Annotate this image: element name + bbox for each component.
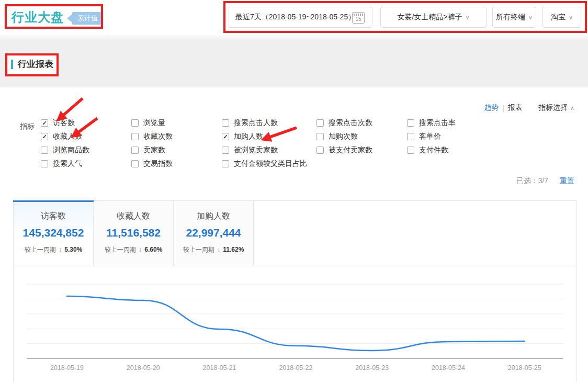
category-value: 女装/女士精品>裤子 — [397, 13, 462, 22]
divider — [345, 9, 345, 25]
metric-checkbox-label: 浏览量 — [143, 118, 165, 128]
metric-checkbox-item[interactable]: 搜索点击次数 — [316, 119, 372, 127]
checkbox[interactable] — [222, 119, 229, 127]
tab-title: 加购人数 — [174, 211, 253, 222]
metric-tab[interactable]: 加购人数 22,997,444 较上一周期 ↓ 11.62% — [174, 201, 254, 266]
checkbox[interactable] — [41, 147, 48, 154]
metric-checkbox-label: 搜索点击人数 — [234, 118, 278, 128]
metrics-column-5: 搜索点击率 客单价 支付件数 — [407, 119, 456, 160]
metric-checkbox-item[interactable]: 收藏次数 — [131, 133, 173, 140]
tab-value: 11,516,582 — [94, 227, 173, 239]
metric-checkbox-item[interactable]: ✓ 加购人数 — [222, 133, 307, 140]
checkbox[interactable] — [316, 133, 324, 140]
metric-checkbox-item[interactable]: 支付金额较父类目占比 — [222, 160, 307, 167]
metric-checkbox-label: 支付件数 — [419, 145, 448, 155]
compare-label: 较上一周期 — [105, 246, 138, 253]
metric-checkbox-item[interactable]: ✓ 收藏人数 — [41, 133, 89, 140]
link-divider: | — [502, 104, 504, 112]
tab-change: 较上一周期 ↓ 5.30% — [14, 245, 93, 254]
trend-link[interactable]: 趋势 — [484, 103, 499, 113]
terminal-value: 所有终端 — [496, 13, 525, 22]
svg-text:2018-05-23: 2018-05-23 — [355, 364, 389, 372]
checkbox[interactable] — [407, 119, 414, 127]
date-range-value: 最近7天（2018-05-19~2018-05-25） — [235, 13, 355, 22]
section-title: 行业报表 — [18, 58, 53, 70]
chevron-down-icon: ∨ — [466, 14, 470, 21]
tab-title: 收藏人数 — [94, 211, 173, 222]
change-value: 5.30% — [64, 246, 82, 253]
metric-checkbox-label: 支付金额较父类目占比 — [234, 159, 307, 168]
metric-checkbox-item[interactable]: 浏览商品数 — [41, 147, 89, 154]
checkbox[interactable] — [222, 147, 229, 154]
calendar-icon[interactable]: 15 — [352, 12, 365, 24]
platform-selector[interactable]: 淘宝 ∨ — [542, 7, 581, 28]
checkbox[interactable] — [407, 133, 414, 140]
down-arrow-icon: ↓ — [139, 246, 142, 253]
metric-checkbox-item[interactable]: 被支付卖家数 — [316, 147, 372, 154]
selection-summary-row: 已选：3/7 重置 — [516, 176, 574, 186]
page: 行业大盘 累计值 最近7天（2018-05-19~2018-05-25） 15 … — [0, 0, 588, 382]
svg-text:2018-05-25: 2018-05-25 — [508, 364, 541, 372]
metric-tab[interactable]: 收藏人数 11,516,582 较上一周期 ↓ 6.60% — [94, 201, 174, 266]
metric-checkbox-item[interactable]: 支付件数 — [407, 147, 456, 154]
compare-label: 较上一周期 — [183, 246, 216, 253]
checkbox[interactable] — [222, 160, 229, 167]
cumulative-badge: 累计值 — [67, 12, 103, 25]
tab-change: 较上一周期 ↓ 6.60% — [94, 245, 173, 254]
svg-text:2018-05-19: 2018-05-19 — [50, 364, 84, 372]
metric-checkbox-label: 收藏人数 — [53, 132, 82, 141]
section-header: 行业报表 — [11, 58, 53, 70]
metric-checkbox-item[interactable]: 加购次数 — [316, 133, 372, 140]
metric-select-toggle[interactable]: 指标选择 — [538, 103, 568, 113]
checkbox[interactable] — [316, 147, 324, 154]
report-panel: 访客数 145,324,852 较上一周期 ↓ 5.30% 收藏人数 11,51… — [13, 200, 577, 382]
metric-checkbox-item[interactable]: 被浏览卖家数 — [222, 147, 307, 154]
metric-checkbox-label: 访客数 — [53, 118, 75, 128]
checkbox[interactable]: ✓ — [222, 133, 229, 140]
metric-checkbox-label: 加购次数 — [329, 132, 358, 141]
metric-checkbox-item[interactable]: 客单价 — [407, 133, 456, 140]
checkbox[interactable]: ✓ — [41, 119, 48, 127]
checkbox[interactable] — [131, 133, 139, 140]
brand: 行业大盘 累计值 — [12, 9, 103, 26]
checkbox[interactable] — [407, 147, 414, 154]
reset-button[interactable]: 重置 — [560, 176, 574, 185]
view-links: 趋势 | 报表 指标选择 ∧ — [484, 103, 574, 113]
svg-text:2018-05-21: 2018-05-21 — [203, 364, 236, 372]
terminal-selector[interactable]: 所有终端 ∨ — [492, 7, 536, 28]
metric-checkbox-item[interactable]: 卖家数 — [131, 147, 173, 154]
metric-checkbox-item[interactable]: 搜索点击率 — [407, 119, 456, 127]
metric-checkbox-label: 加购人数 — [234, 132, 263, 141]
date-range-selector[interactable]: 最近7天（2018-05-19~2018-05-25） 15 — [229, 7, 372, 28]
metric-checkbox-item[interactable]: 浏览量 — [131, 119, 173, 127]
tab-change: 较上一周期 ↓ 11.62% — [174, 245, 253, 254]
checkbox[interactable] — [316, 119, 324, 127]
platform-value: 淘宝 — [551, 13, 566, 22]
svg-text:2018-05-20: 2018-05-20 — [127, 364, 160, 372]
metric-tab[interactable]: 访客数 145,324,852 较上一周期 ↓ 5.30% — [14, 201, 94, 266]
down-arrow-icon: ↓ — [217, 246, 220, 253]
selected-count: 已选：3/7 — [516, 176, 548, 185]
metric-checkbox-item[interactable]: ✓ 访客数 — [41, 119, 89, 127]
metric-checkbox-label: 被浏览卖家数 — [234, 145, 278, 155]
checkbox[interactable] — [41, 160, 48, 167]
metric-checkbox-label: 客单价 — [419, 132, 441, 141]
metric-checkbox-label: 搜索点击次数 — [329, 118, 372, 128]
metric-checkbox-item[interactable]: 交易指数 — [131, 160, 173, 167]
checkbox[interactable] — [131, 147, 139, 154]
checkbox[interactable] — [131, 160, 139, 167]
metrics-column-4: 搜索点击次数 加购次数 被支付卖家数 — [316, 119, 372, 160]
checkbox[interactable] — [131, 119, 139, 127]
metric-checkbox-label: 收藏次数 — [143, 132, 173, 141]
tab-value: 145,324,852 — [14, 227, 93, 239]
metric-checkbox-item[interactable]: 搜索人气 — [41, 160, 89, 167]
change-value: 11.62% — [223, 246, 244, 253]
metric-checkbox-label: 浏览商品数 — [53, 145, 89, 155]
checkbox[interactable]: ✓ — [41, 133, 48, 140]
report-link[interactable]: 报表 — [508, 103, 523, 113]
svg-text:2018-05-22: 2018-05-22 — [279, 364, 312, 372]
metrics-column-2: 浏览量 收藏次数 卖家数 交易指数 — [131, 119, 173, 174]
category-selector[interactable]: 女装/女士精品>裤子 ∨ — [380, 7, 487, 28]
metric-checkbox-item[interactable]: 搜索点击人数 — [222, 119, 307, 127]
tab-title: 访客数 — [14, 211, 93, 222]
